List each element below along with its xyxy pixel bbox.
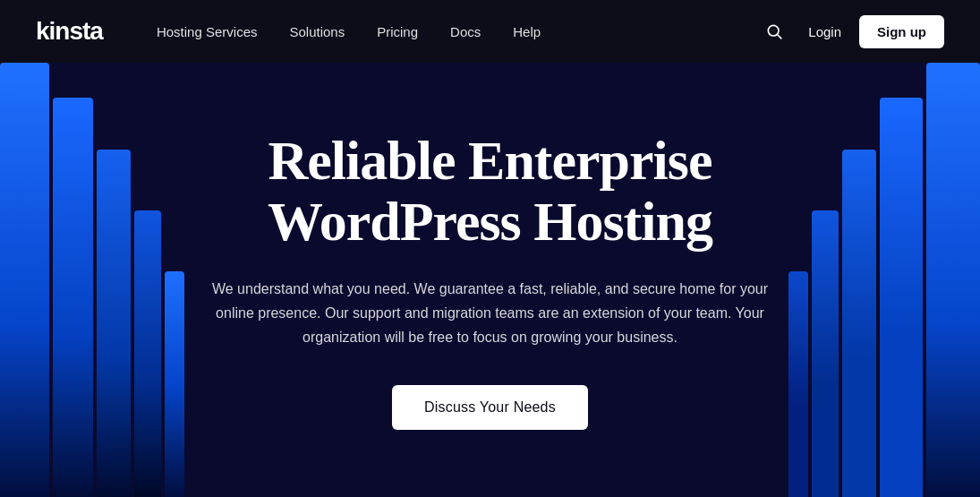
navbar: kinsta Hosting Services Solutions Pricin… bbox=[0, 0, 980, 63]
cta-button[interactable]: Discuss Your Needs bbox=[392, 385, 588, 430]
hero-content: Reliable Enterprise WordPress Hosting We… bbox=[204, 130, 777, 431]
hero-title: Reliable Enterprise WordPress Hosting bbox=[204, 130, 777, 252]
nav-links: Hosting Services Solutions Pricing Docs … bbox=[157, 24, 758, 39]
nav-docs[interactable]: Docs bbox=[450, 24, 481, 39]
svg-line-1 bbox=[778, 35, 782, 39]
search-icon bbox=[765, 22, 783, 40]
svg-point-0 bbox=[769, 25, 780, 36]
left-decoration bbox=[0, 63, 184, 497]
logo[interactable]: kinsta bbox=[36, 17, 103, 46]
hero-title-line2: WordPress Hosting bbox=[268, 191, 712, 252]
signup-button[interactable]: Sign up bbox=[859, 15, 944, 48]
nav-pricing[interactable]: Pricing bbox=[377, 24, 418, 39]
search-button[interactable] bbox=[758, 15, 790, 47]
login-button[interactable]: Login bbox=[808, 24, 841, 39]
nav-solutions[interactable]: Solutions bbox=[289, 24, 345, 39]
nav-hosting-services[interactable]: Hosting Services bbox=[157, 24, 258, 39]
nav-right: Login Sign up bbox=[758, 15, 944, 48]
hero-subtitle: We understand what you need. We guarante… bbox=[204, 277, 777, 350]
nav-help[interactable]: Help bbox=[513, 24, 541, 39]
logo-text: kinsta bbox=[36, 17, 103, 45]
right-decoration bbox=[788, 63, 980, 497]
hero-section: Reliable Enterprise WordPress Hosting We… bbox=[0, 63, 980, 497]
hero-title-line1: Reliable Enterprise bbox=[268, 130, 712, 191]
